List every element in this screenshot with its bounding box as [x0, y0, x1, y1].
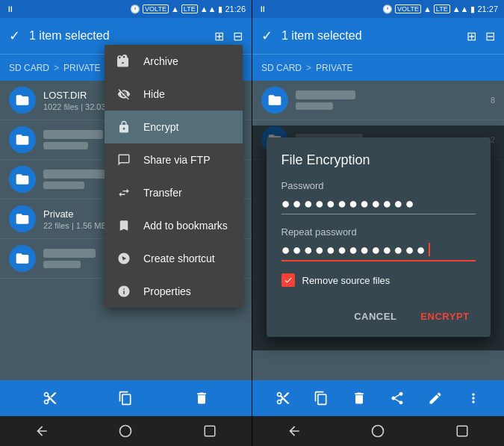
back-button-left[interactable] — [19, 416, 64, 446]
menu-label-transfer: Transfer — [143, 187, 182, 199]
svg-point-0 — [120, 426, 131, 437]
wifi-icon-right: ▲▲ — [452, 4, 469, 13]
select-all-icon[interactable]: ⊞ — [214, 29, 224, 43]
select-mode-icon-right[interactable]: ⊟ — [485, 29, 495, 43]
menu-label-share-ftp: Share via FTP — [143, 154, 210, 166]
checkmark-icon: ✓ — [9, 28, 20, 44]
folder-icon-private — [9, 205, 36, 232]
share-button-right[interactable] — [385, 386, 409, 410]
svg-rect-3 — [457, 426, 467, 436]
status-right-info: 🕐 VOLTE ▲ LTE ▲▲ ▮ 21:26 — [130, 4, 246, 14]
file-count-r1: 8 — [491, 96, 495, 105]
menu-label-properties: Properties — [143, 285, 191, 297]
menu-label-shortcut: Create shortcut — [143, 253, 215, 264]
file-list-right: 8 2 File Encryption Password ●●●●●●●●●●●… — [252, 81, 504, 380]
recent-button-right[interactable] — [440, 416, 485, 446]
status-bar-left: ⏸ 🕐 VOLTE ▲ LTE ▲▲ ▮ 21:26 — [0, 0, 252, 18]
encrypt-icon — [116, 120, 131, 134]
repeat-dots[interactable]: ●●●●●●●●●●●●● — [281, 242, 428, 257]
password-field-wrap[interactable]: ●●●●●●●●●●●● — [281, 196, 476, 214]
select-all-icon-right[interactable]: ⊞ — [467, 29, 476, 43]
breadcrumb-right[interactable]: SD CARD > PRIVATE — [252, 54, 504, 81]
file-name-blur1 — [43, 130, 103, 139]
folder-icon-lostdir — [9, 87, 36, 114]
lte-badge-right: LTE — [434, 4, 450, 13]
password-dots[interactable]: ●●●●●●●●●●●● — [281, 196, 417, 211]
pause-icon-right: ⏸ — [258, 4, 267, 13]
menu-item-properties[interactable]: Properties — [105, 275, 243, 308]
signal-icon-right: ▲ — [423, 4, 432, 13]
file-info-r1 — [296, 90, 483, 110]
status-bar-right: ⏸ 🕐 VOLTE ▲ LTE ▲▲ ▮ 21:27 — [252, 0, 504, 18]
breadcrumb-sub-right[interactable]: PRIVATE — [316, 63, 353, 73]
menu-item-encrypt[interactable]: Encrypt — [105, 111, 243, 143]
delete-button-right[interactable] — [347, 386, 371, 410]
repeat-label: Repeat password — [281, 226, 476, 238]
selection-title-left: 1 item selected — [29, 29, 205, 43]
menu-item-transfer[interactable]: Transfer — [105, 176, 243, 209]
cancel-button[interactable]: CANCEL — [348, 305, 402, 328]
nav-bar-left — [0, 416, 252, 446]
copy-button-right[interactable] — [309, 386, 333, 410]
text-cursor — [429, 243, 430, 256]
breadcrumb-sub-left[interactable]: PRIVATE — [63, 63, 101, 73]
left-panel: ⏸ 🕐 VOLTE ▲ LTE ▲▲ ▮ 21:26 ✓ 1 item sele… — [0, 0, 252, 446]
home-button-left[interactable] — [103, 416, 148, 446]
time-right: 21:27 — [477, 4, 498, 13]
dialog-buttons: CANCEL ENCRYPT — [281, 299, 476, 328]
list-item: 8 — [252, 81, 504, 120]
recent-button-left[interactable] — [187, 416, 232, 446]
bottom-toolbar-right — [252, 380, 504, 416]
encrypt-button[interactable]: ENCRYPT — [414, 305, 475, 328]
clock-icon: 🕐 — [130, 4, 140, 14]
menu-item-bookmarks[interactable]: Add to bookmarks — [105, 209, 243, 242]
wifi-icon: ▲▲ — [200, 4, 217, 13]
menu-label-bookmarks: Add to bookmarks — [143, 220, 228, 232]
edit-button-right[interactable] — [423, 386, 447, 410]
file-name-blur3 — [43, 249, 96, 258]
svg-rect-1 — [205, 426, 215, 436]
hide-icon — [116, 87, 131, 102]
repeat-field-wrap[interactable]: ●●●●●●●●●●●●● — [281, 242, 476, 261]
dialog-overlay: File Encryption Password ●●●●●●●●●●●● Re… — [252, 126, 504, 350]
battery-icon-right: ▮ — [470, 4, 475, 14]
svg-point-2 — [373, 426, 384, 437]
right-panel: ⏸ 🕐 VOLTE ▲ LTE ▲▲ ▮ 21:27 ✓ 1 item sele… — [252, 0, 504, 446]
remove-source-row[interactable]: Remove source files — [281, 273, 476, 287]
share-ftp-icon — [116, 152, 131, 167]
dialog-title: File Encryption — [281, 152, 476, 168]
file-name-r1 — [296, 90, 355, 99]
copy-button[interactable] — [113, 386, 137, 410]
action-icons-left[interactable]: ⊞ ⊟ — [214, 29, 243, 43]
context-menu: Archive Hide Encrypt Share via FTP — [105, 45, 243, 308]
select-mode-icon[interactable]: ⊟ — [233, 29, 243, 43]
cut-button-right[interactable] — [271, 386, 295, 410]
status-right-info-right: 🕐 VOLTE ▲ LTE ▲▲ ▮ 21:27 — [382, 4, 498, 14]
volte-badge: VOLTE — [143, 4, 169, 13]
file-encryption-dialog: File Encryption Password ●●●●●●●●●●●● Re… — [267, 137, 491, 337]
menu-label-encrypt: Encrypt — [143, 121, 178, 133]
delete-button[interactable] — [190, 386, 214, 410]
menu-item-hide[interactable]: Hide — [105, 78, 243, 111]
clock-icon-right: 🕐 — [382, 4, 393, 14]
more-button-right[interactable] — [461, 386, 485, 410]
action-icons-right[interactable]: ⊞ ⊟ — [467, 29, 495, 43]
archive-icon — [116, 54, 131, 69]
status-left-icons: ⏸ — [6, 4, 14, 13]
properties-icon — [116, 284, 131, 299]
menu-item-archive[interactable]: Archive — [105, 45, 243, 78]
breadcrumb-root-left[interactable]: SD CARD — [9, 63, 49, 73]
menu-item-shortcut[interactable]: Create shortcut — [105, 242, 243, 275]
home-button-right[interactable] — [355, 416, 400, 446]
back-button-right[interactable] — [272, 416, 317, 446]
folder-icon-r1 — [261, 87, 288, 114]
breadcrumb-sep-right: > — [306, 63, 311, 73]
remove-source-checkbox[interactable] — [281, 273, 295, 287]
breadcrumb-root-right[interactable]: SD CARD — [261, 63, 302, 73]
cut-button[interactable] — [38, 386, 62, 410]
menu-label-archive: Archive — [143, 55, 178, 67]
menu-label-hide: Hide — [143, 88, 165, 100]
menu-item-share-ftp[interactable]: Share via FTP — [105, 143, 243, 176]
checkmark-icon-right: ✓ — [261, 28, 273, 44]
file-meta-blur1 — [43, 142, 88, 149]
